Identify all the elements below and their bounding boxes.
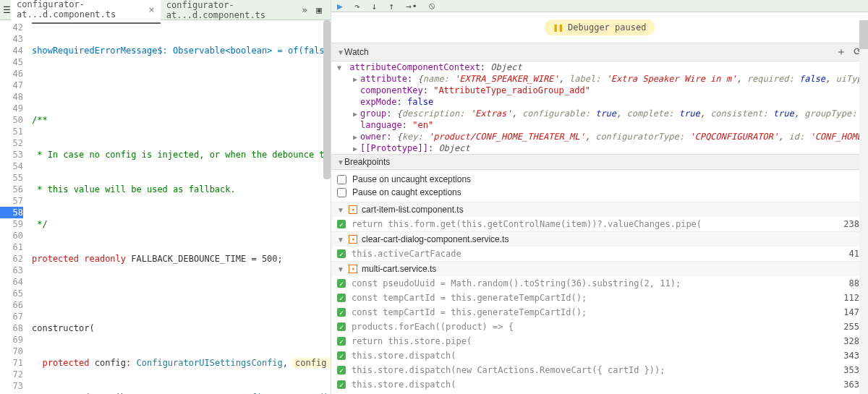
watch-item[interactable]: ▶[[Prototype]]: Object — [337, 142, 868, 154]
breakpoint-checked-icon[interactable]: ✓ — [337, 249, 346, 258]
watch-item[interactable]: language: "en" — [337, 119, 868, 131]
gutter-line[interactable]: 68 — [0, 322, 23, 334]
gutter-line[interactable]: 59 — [0, 218, 23, 230]
breakpoint-item[interactable]: ✓this.store.dispatch(343 — [331, 348, 868, 363]
gutter-line[interactable]: 48 — [0, 91, 23, 103]
tabs-row: ☰ configurator-at...d.component.ts × con… — [0, 0, 331, 20]
code-l45: * In case no config is injected, or when… — [32, 149, 331, 160]
watch-title: Watch — [344, 47, 369, 57]
breakpoint-checked-icon[interactable]: ✓ — [337, 366, 346, 374]
gutter-line[interactable]: 60 — [0, 230, 23, 241]
gutter-line[interactable]: 51 — [0, 126, 23, 137]
gutter-line[interactable]: 69 — [0, 334, 23, 346]
gutter-line[interactable]: 45 — [0, 56, 23, 68]
breakpoint-checked-icon[interactable]: ✓ — [337, 308, 346, 317]
gutter-line[interactable]: 43 — [0, 33, 23, 45]
breakpoint-item[interactable]: ✓const tempCartId = this.generateTempCar… — [331, 291, 868, 305]
debugger-paused-banner: ❚❚ Debugger paused — [331, 12, 868, 43]
breakpoint-item[interactable]: ✓this.store.dispatch(new CartActions.Rem… — [331, 363, 868, 377]
breakpoint-item[interactable]: ✓const pseudoUuid = Math.random().toStri… — [331, 276, 868, 291]
pause-caught-checkbox[interactable]: Pause on caught exceptions — [337, 186, 862, 199]
gutter-line[interactable]: 47 — [0, 80, 23, 91]
gutter-line[interactable]: 49 — [0, 103, 23, 114]
step-into-icon[interactable]: ↓ — [372, 1, 378, 12]
panel-layout-icon[interactable]: ▣ — [316, 4, 322, 15]
tab-label: configurator-at...d.component.ts — [17, 0, 144, 20]
code-editor: 4243444546474849505152535455565758596061… — [0, 20, 331, 394]
breakpoint-item[interactable]: ✓return this.form.get(this.getControlNam… — [331, 217, 868, 231]
gutter-line[interactable]: 63 — [0, 265, 23, 276]
tab-file-2[interactable]: configurator-at...d.component.ts — [161, 0, 302, 23]
step-over-icon[interactable]: ↷ — [354, 1, 360, 12]
pause-icon: ❚❚ — [553, 22, 563, 33]
gutter-line[interactable]: 61 — [0, 241, 23, 253]
step-icon[interactable]: →• — [406, 1, 417, 12]
gutter-line[interactable]: 64 — [0, 276, 23, 288]
resume-icon[interactable]: ▶ — [337, 1, 343, 12]
breakpoint-checked-icon[interactable]: ✓ — [337, 220, 346, 228]
scrollbar-thumb[interactable] — [859, 20, 868, 49]
breakpoint-item[interactable]: ✓this.activeCartFacade41 — [331, 247, 868, 261]
step-out-icon[interactable]: ↑ — [388, 1, 394, 12]
breakpoint-checked-icon[interactable]: ✓ — [337, 351, 346, 360]
chevron-down-icon: ▼ — [337, 158, 344, 166]
gutter-line[interactable]: 42 — [0, 22, 23, 33]
code-l47: */ — [32, 218, 331, 230]
code-l46: * this value will be used as fallback. — [32, 184, 331, 195]
deactivate-breakpoints-icon[interactable]: ⦸ — [429, 0, 435, 12]
breakpoint-file-header[interactable]: ▼▪multi-cart.service.ts — [331, 261, 868, 276]
add-watch-icon[interactable]: ＋ — [836, 46, 846, 59]
watch-item[interactable]: ▶owner: {key: 'product/CONF_HOME_THEATER… — [337, 131, 868, 142]
pause-uncaught-checkbox[interactable]: Pause on uncaught exceptions — [337, 173, 862, 186]
gutter-line[interactable]: 70 — [0, 346, 23, 357]
gutter-line[interactable]: 66 — [0, 299, 23, 311]
gutter-line[interactable]: 58 — [0, 207, 23, 218]
breakpoints-section-header[interactable]: ▼ Breakpoints — [331, 154, 868, 170]
gutter: 4243444546474849505152535455565758596061… — [0, 20, 32, 394]
gutter-line[interactable]: 52 — [0, 137, 23, 149]
chevron-down-icon: ▼ — [337, 48, 344, 56]
gutter-line[interactable]: 56 — [0, 184, 23, 195]
close-icon[interactable]: × — [148, 4, 154, 15]
breakpoint-item[interactable]: ✓const tempCartId = this.generateTempCar… — [331, 305, 868, 320]
gutter-line[interactable]: 73 — [0, 380, 23, 392]
breakpoint-item[interactable]: ✓products.forEach((product) => {255 — [331, 320, 868, 334]
gutter-line[interactable]: 67 — [0, 311, 23, 322]
gutter-line[interactable]: 54 — [0, 160, 23, 172]
code-lines: showRequiredErrorMessage$: Observable<bo… — [32, 20, 331, 394]
tab-label: configurator-at...d.component.ts — [166, 0, 297, 20]
watch-item[interactable]: expMode: false — [337, 96, 868, 108]
gutter-line[interactable]: 65 — [0, 288, 23, 299]
gutter-line[interactable]: 44 — [0, 45, 23, 56]
breakpoint-checked-icon[interactable]: ✓ — [337, 322, 346, 331]
breakpoint-file-header[interactable]: ▼▪cart-item-list.component.ts — [331, 202, 868, 217]
gutter-line[interactable]: 72 — [0, 369, 23, 380]
watch-section-header[interactable]: ▼ Watch ＋ ⟳ — [331, 43, 868, 61]
breakpoint-checked-icon[interactable]: ✓ — [337, 337, 346, 346]
panel-icon[interactable]: ☰ — [3, 5, 11, 15]
inline-hint: config = {enableResetV — [292, 358, 331, 368]
breakpoint-checked-icon[interactable]: ✓ — [337, 380, 346, 389]
gutter-line[interactable]: 53 — [0, 149, 23, 160]
breakpoint-checked-icon[interactable]: ✓ — [337, 294, 346, 302]
gutter-line[interactable]: 62 — [0, 253, 23, 265]
code-l50: constructor( — [32, 322, 331, 334]
gutter-line[interactable]: 46 — [0, 68, 23, 80]
breakpoint-item[interactable]: ✓return this.store.pipe(328 — [331, 334, 868, 348]
right-scrollbar[interactable] — [859, 20, 868, 394]
gutter-line[interactable]: 57 — [0, 195, 23, 207]
breakpoint-checked-icon[interactable]: ✓ — [337, 279, 346, 288]
breakpoints-title: Breakpoints — [344, 157, 390, 167]
gutter-line[interactable]: 50 — [0, 114, 23, 126]
gutter-line[interactable]: 71 — [0, 357, 23, 369]
more-tabs-icon[interactable]: » — [302, 4, 307, 15]
code-scrollbar[interactable] — [323, 20, 331, 179]
breakpoint-file-header[interactable]: ▼▪clear-cart-dialog-component.service.ts — [331, 231, 868, 247]
breakpoint-badge-icon: ▪ — [349, 235, 357, 244]
gutter-line[interactable]: 55 — [0, 172, 23, 184]
watch-item[interactable]: ▶attribute: {name: 'EXTRA_SPEAKER_WIRE',… — [337, 73, 868, 85]
watch-item[interactable]: componentKey: "AttributeType_radioGroup_… — [337, 85, 868, 96]
watch-root-item[interactable]: ▼ attributeComponentContext: Object — [337, 61, 868, 73]
watch-item[interactable]: ▶group: {description: 'Extras', configur… — [337, 108, 868, 119]
breakpoint-item[interactable]: ✓this.store.dispatch(363 — [331, 377, 868, 392]
